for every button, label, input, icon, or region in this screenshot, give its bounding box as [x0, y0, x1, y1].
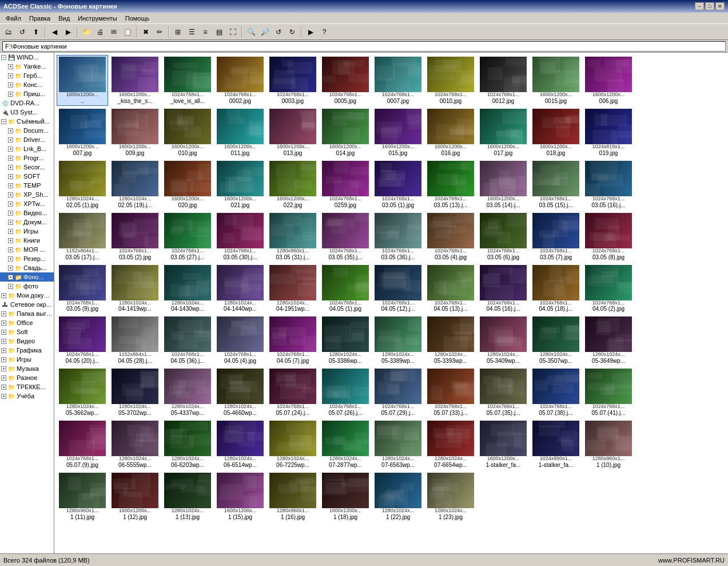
- tree-expander-32[interactable]: +: [1, 348, 6, 353]
- tree-item-28[interactable]: +📁Папка выгр...: [0, 309, 54, 318]
- thumbnail-cell-26[interactable]: 1600x1200x...022.jpg: [267, 159, 319, 210]
- thumbnail-cell-17[interactable]: 1600x1200x...015.jpg: [372, 107, 424, 158]
- tool-fwd[interactable]: ↺: [16, 26, 29, 38]
- thumbnail-cell-83[interactable]: 1280x1024x...07-6563wp...: [372, 419, 424, 470]
- thumbnail-cell-57[interactable]: 1024x768x1...04.05 (36).j...: [162, 315, 213, 366]
- thumbnail-cell-35[interactable]: 1024x768x1...03.05 (27).j...: [162, 211, 213, 262]
- thumbnail-cell-90[interactable]: 1280x1024x...1 (13).jpg: [162, 471, 213, 522]
- tree-item-27[interactable]: 🖧Сетевое окр...: [0, 300, 54, 309]
- tool-rotate-l[interactable]: ↺: [272, 26, 285, 38]
- tree-item-15[interactable]: +📁XP_Sh...: [0, 190, 54, 199]
- tree-expander-24[interactable]: +: [8, 275, 13, 280]
- tree-item-7[interactable]: −📁Съёмный...: [0, 117, 54, 126]
- thumbnail-cell-0[interactable]: 1600x1200x.....: [57, 55, 108, 106]
- thumbnail-cell-94[interactable]: 1280x1024x...1 (22).jpg: [372, 471, 424, 522]
- tree-item-1[interactable]: +📁Yanke...: [0, 62, 54, 71]
- thumbnail-cell-5[interactable]: 1024x768x1...0005.jpg: [320, 55, 371, 106]
- thumbnail-cell-75[interactable]: 1024x768x1...05.07.(38).j...: [530, 367, 582, 418]
- tool-rotate-r[interactable]: ↻: [286, 26, 299, 38]
- thumbnail-cell-10[interactable]: 1600x1200x...006.jpg: [583, 55, 634, 106]
- tree-expander-2[interactable]: +: [8, 73, 13, 78]
- tree-expander-16[interactable]: +: [8, 201, 13, 207]
- thumbnail-cell-30[interactable]: 1600x1200x...03.05 (14).j...: [478, 159, 529, 210]
- tree-item-24[interactable]: +📁Фоно...: [0, 272, 54, 282]
- thumbnail-cell-89[interactable]: 1600x1200x...1 (12).jpg: [109, 471, 161, 522]
- thumbnail-cell-52[interactable]: 1024x768x1...04.05 (16).j...: [478, 263, 529, 314]
- menu-edit[interactable]: Правка: [26, 14, 54, 22]
- address-input[interactable]: [2, 41, 726, 52]
- tool-thumbs[interactable]: ⊞: [172, 26, 184, 38]
- thumbnail-cell-16[interactable]: 1600x1200x...014.jpg: [320, 107, 371, 158]
- thumbnail-cell-48[interactable]: 1280x1024x...04-1951wp...: [267, 263, 319, 314]
- tree-item-32[interactable]: +📁Графика: [0, 346, 54, 355]
- thumbnail-cell-71[interactable]: 1024x768x1...05.07.(26).j...: [320, 367, 371, 418]
- thumbnail-cell-62[interactable]: 1280x1024x...05-3393wp...: [425, 315, 476, 366]
- tool-strip[interactable]: ▤: [213, 26, 225, 38]
- thumbnail-cell-50[interactable]: 1024x768x1...04.05 (12).j...: [372, 263, 424, 314]
- tree-item-0[interactable]: −💾WIND...: [0, 53, 54, 62]
- tree-expander-8[interactable]: +: [8, 128, 13, 133]
- tree-expander-22[interactable]: +: [8, 256, 13, 262]
- thumbnail-cell-51[interactable]: 1024x768x1...04.05 (13).j...: [425, 263, 476, 314]
- tool-zoom-full[interactable]: 🔎: [258, 26, 271, 38]
- tree-expander-34[interactable]: +: [1, 366, 6, 371]
- tree-expander-37[interactable]: +: [1, 394, 6, 399]
- tree-item-33[interactable]: +📁Игры: [0, 355, 54, 364]
- tool-detail[interactable]: ≡: [199, 26, 212, 38]
- thumbnail-cell-91[interactable]: 1600x1200x...1 (15).jpg: [214, 471, 266, 522]
- tree-expander-28[interactable]: +: [1, 311, 6, 316]
- thumbnail-cell-56[interactable]: 1152x864x1...04.05 (28).j...: [109, 315, 161, 366]
- tree-expander-13[interactable]: +: [8, 174, 13, 179]
- thumbnail-cell-70[interactable]: 1024x768x1...05.07.(24).j...: [267, 367, 319, 418]
- thumbnail-cell-9[interactable]: 1600x1200x...0015.jpg: [530, 55, 582, 106]
- tree-item-22[interactable]: +📁Резер...: [0, 254, 54, 263]
- tree-expander-3[interactable]: +: [8, 82, 13, 88]
- thumbnail-cell-81[interactable]: 1280x1024x...06-7225wp...: [267, 419, 319, 470]
- thumbnail-cell-93[interactable]: 1600x1200x...1 (18).jpg: [320, 471, 371, 522]
- tool-nav-fwd[interactable]: ▶: [62, 26, 74, 38]
- thumbnail-cell-46[interactable]: 1280x1024x...04-1430wp...: [162, 263, 213, 314]
- tree-expander-14[interactable]: +: [8, 183, 13, 188]
- thumbnail-cell-73[interactable]: 1024x768x1...05.07.(33).j...: [425, 367, 476, 418]
- thumbnail-cell-1[interactable]: 1600x1200x..._kiss_the_s...: [109, 55, 161, 106]
- thumbnail-cell-43[interactable]: 1024x768x1...03.05 (8).jpg: [583, 211, 634, 262]
- tree-item-31[interactable]: +📁Видео: [0, 337, 54, 346]
- tool-rename[interactable]: ✏: [153, 26, 166, 38]
- thumbnail-cell-74[interactable]: 1024x768x1...05.07.(35).j...: [478, 367, 529, 418]
- tree-item-11[interactable]: +📁Progr...: [0, 153, 54, 163]
- thumbnail-cell-27[interactable]: 1024x768x1...0259.jpg: [320, 159, 371, 210]
- tree-item-30[interactable]: +📁Soft: [0, 327, 54, 337]
- tree-expander-36[interactable]: +: [1, 385, 6, 390]
- tool-back[interactable]: 🗂: [2, 26, 15, 38]
- tree-expander-20[interactable]: +: [8, 238, 13, 243]
- tree-item-5[interactable]: 💿DVD-RA...: [0, 98, 54, 108]
- thumbnail-cell-65[interactable]: 1280x1024x...05-3649wp...: [583, 315, 634, 366]
- tree-item-35[interactable]: +📁Разное: [0, 373, 54, 382]
- thumbnail-cell-85[interactable]: 1600x1200x...1-stalker_fa...: [478, 419, 529, 470]
- maximize-button[interactable]: □: [705, 2, 714, 10]
- tree-expander-10[interactable]: +: [8, 147, 13, 152]
- thumbnail-cell-88[interactable]: 1280x960x1...1 (11).jpg: [57, 471, 108, 522]
- thumbnail-cell-23[interactable]: 1280x1024x...02.05 (19).j...: [109, 159, 161, 210]
- tree-expander-35[interactable]: +: [1, 375, 6, 381]
- thumbnail-cell-21[interactable]: 1024x819x1...019.jpg: [583, 107, 634, 158]
- tree-item-3[interactable]: +📁Конс...: [0, 80, 54, 89]
- thumbnail-cell-53[interactable]: 1024x768x1...04.05 (18).j...: [530, 263, 582, 314]
- thumbnail-cell-3[interactable]: 1024x768x1...0002.jpg: [214, 55, 266, 106]
- tree-item-25[interactable]: +📁фото: [0, 282, 54, 291]
- thumbnail-cell-36[interactable]: 1024x768x1...03.05 (30).j...: [214, 211, 266, 262]
- close-button[interactable]: ✕: [715, 2, 725, 10]
- thumbnail-cell-4[interactable]: 1024x768x1...0003.jpg: [267, 55, 319, 106]
- thumbnail-cell-60[interactable]: 1280x1024x...05-3386wp...: [320, 315, 371, 366]
- tree-item-23[interactable]: +📁Свадь...: [0, 263, 54, 272]
- thumbnail-cell-68[interactable]: 1280x1024x...05-4337wp...: [162, 367, 213, 418]
- tree-expander-15[interactable]: +: [8, 192, 13, 197]
- thumbnail-cell-66[interactable]: 1280x1024x...05-3662wp...: [57, 367, 108, 418]
- tree-item-26[interactable]: +📁Мои докум...: [0, 291, 54, 300]
- tree-item-29[interactable]: +📁Office: [0, 318, 54, 327]
- tool-full[interactable]: ⛶: [226, 26, 239, 38]
- thumbnail-cell-32[interactable]: 1024x768x1...03.05 (16).j...: [583, 159, 634, 210]
- thumbnail-cell-31[interactable]: 1024x768x1...03.05 (15).j...: [530, 159, 582, 210]
- thumbnail-cell-69[interactable]: 1280x1024x...05-4660wp...: [214, 367, 266, 418]
- menu-view[interactable]: Вид: [55, 14, 73, 22]
